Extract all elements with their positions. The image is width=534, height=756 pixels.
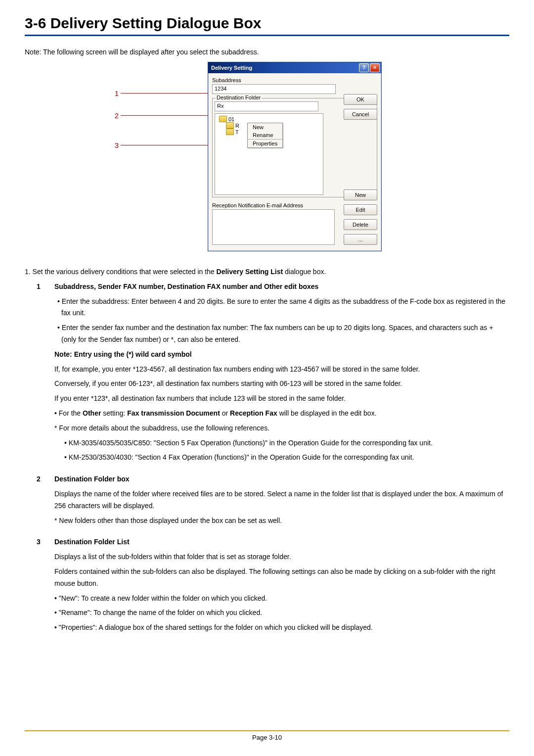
page-footer: Page 3-10 xyxy=(0,734,534,741)
title-rule xyxy=(25,35,509,36)
folder-icon xyxy=(219,116,227,122)
dialog-titlebar: Delivery Setting ? × xyxy=(208,62,381,73)
callout-3: 3 xyxy=(104,141,119,149)
callout-line-2 xyxy=(121,115,215,116)
tree-node[interactable]: T xyxy=(235,129,239,135)
destination-folder-input[interactable]: Rx xyxy=(215,101,318,111)
folder-icon xyxy=(226,129,234,135)
context-menu: New Rename Properties xyxy=(247,123,283,148)
tree-node[interactable]: R xyxy=(235,123,239,129)
subaddress-input[interactable]: 1234 xyxy=(212,84,336,94)
tree-node[interactable]: 01 xyxy=(228,116,234,122)
edit-button[interactable]: Edit xyxy=(344,204,377,215)
delete-button[interactable]: Delete xyxy=(344,219,377,230)
intro-note: Note: The following screen will be displ… xyxy=(25,48,509,56)
body-text: 1. Set the various delivery conditions t… xyxy=(25,266,509,634)
delivery-setting-dialog: Delivery Setting ? × Subaddress 1234 Des… xyxy=(208,62,382,251)
callout-line-3 xyxy=(121,145,215,145)
context-menu-rename[interactable]: Rename xyxy=(248,131,282,139)
dialog-figure: 1 2 3 Delivery Setting ? × Subaddress 12… xyxy=(153,62,381,251)
callout-2: 2 xyxy=(104,111,119,120)
callout-line-1 xyxy=(121,93,211,94)
context-menu-new[interactable]: New xyxy=(248,123,282,131)
help-icon[interactable]: ? xyxy=(359,63,369,72)
dialog-title: Delivery Setting xyxy=(211,65,252,71)
new-button[interactable]: New xyxy=(344,189,377,200)
cancel-button[interactable]: Cancel xyxy=(344,109,377,120)
more-button[interactable]: … xyxy=(344,234,377,245)
destination-folder-legend: Destination Folder xyxy=(216,94,262,100)
folder-icon xyxy=(226,122,234,129)
section-2: 2 Destination Folder box Displays the na… xyxy=(25,473,509,526)
subaddress-label: Subaddress xyxy=(212,77,377,83)
section-1: 1 Subaddress, Sender FAX number, Destina… xyxy=(25,281,509,464)
ok-button[interactable]: OK xyxy=(344,94,377,105)
destination-folder-tree[interactable]: 01 R T New Rename Properties xyxy=(215,113,323,195)
footer-rule xyxy=(25,730,509,731)
callout-1: 1 xyxy=(104,89,119,97)
context-menu-properties[interactable]: Properties xyxy=(248,140,282,147)
step-1-intro: 1. Set the various delivery conditions t… xyxy=(25,266,509,278)
emails-listbox[interactable] xyxy=(212,209,335,245)
close-icon[interactable]: × xyxy=(370,63,380,72)
page-title: 3-6 Delivery Setting Dialogue Box xyxy=(25,15,509,32)
section-3: 3 Destination Folder List Displays a lis… xyxy=(25,536,509,634)
